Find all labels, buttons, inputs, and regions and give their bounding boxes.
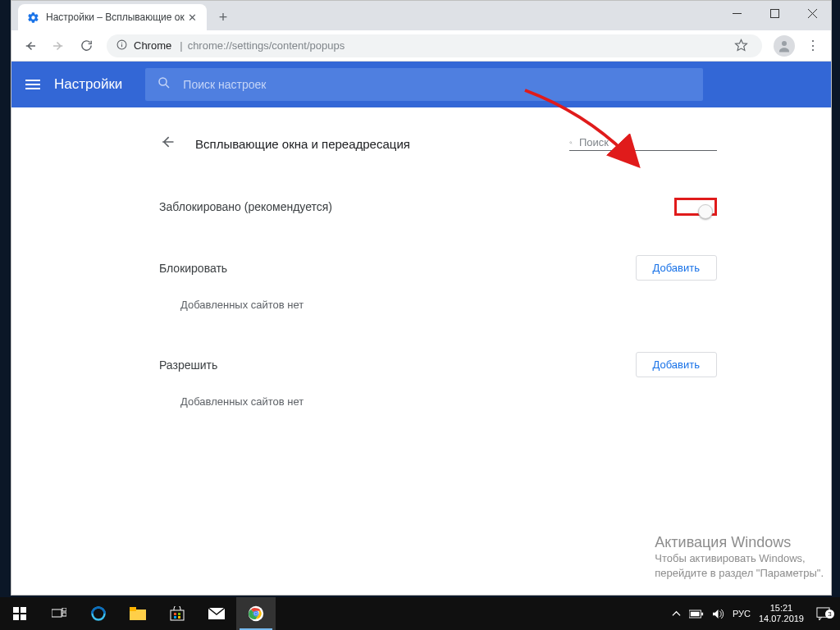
- tray-time: 15:21: [759, 603, 804, 614]
- blocked-toggle-row: Заблокировано (рекомендуется): [159, 181, 717, 232]
- nav-reload-button[interactable]: [74, 34, 98, 58]
- new-tab-button[interactable]: +: [212, 6, 235, 29]
- page-search-input[interactable]: [579, 136, 717, 148]
- svg-point-4: [782, 41, 787, 46]
- svg-rect-17: [171, 610, 184, 620]
- titlebar: Настройки – Всплывающие ок ✕ +: [11, 1, 831, 30]
- profile-avatar-button[interactable]: [774, 35, 795, 57]
- tray-notifications-icon[interactable]: 3: [812, 607, 833, 621]
- svg-rect-12: [62, 608, 66, 611]
- taskbar-chrome-icon[interactable]: [236, 597, 276, 630]
- watermark-line2: Чтобы активировать Windows,: [655, 551, 824, 566]
- svg-rect-9: [13, 614, 19, 620]
- block-add-button[interactable]: Добавить: [636, 255, 717, 281]
- svg-rect-11: [52, 609, 62, 617]
- svg-rect-21: [178, 616, 180, 619]
- hamburger-icon: [25, 80, 40, 89]
- settings-search-box[interactable]: [145, 68, 703, 101]
- settings-menu-button[interactable]: [11, 80, 54, 89]
- page-title: Всплывающие окна и переадресация: [195, 137, 410, 151]
- svg-point-5: [159, 78, 167, 85]
- tray-chevron-up-icon[interactable]: [672, 609, 681, 619]
- annotation-highlight-box: [674, 198, 717, 216]
- settings-body: Всплывающие окна и переадресация Заблоки…: [11, 107, 831, 595]
- omnibox-url: chrome://settings/content/popups: [188, 39, 345, 52]
- window-minimize-button[interactable]: [718, 1, 756, 25]
- back-arrow-button[interactable]: [159, 134, 177, 153]
- site-info-icon[interactable]: [116, 39, 127, 52]
- tray-clock[interactable]: 15:21 14.07.2019: [759, 603, 804, 624]
- svg-point-2: [121, 42, 122, 43]
- windows-taskbar: РУС 15:21 14.07.2019 3: [0, 597, 840, 630]
- svg-rect-13: [62, 613, 66, 616]
- settings-header: Настройки: [11, 62, 831, 107]
- svg-point-26: [254, 612, 257, 614]
- allow-add-button[interactable]: Добавить: [636, 352, 717, 377]
- taskbar-mail-icon[interactable]: [197, 597, 236, 630]
- svg-rect-29: [691, 611, 700, 615]
- block-section-header: Блокировать Добавить: [159, 255, 717, 281]
- window-close-button[interactable]: [793, 1, 831, 25]
- chrome-menu-button[interactable]: ⋮: [801, 34, 824, 57]
- blocked-label: Заблокировано (рекомендуется): [159, 200, 332, 213]
- page-header-row: Всплывающие окна и переадресация: [159, 127, 717, 160]
- chrome-window: Настройки – Всплывающие ок ✕ +: [11, 0, 832, 596]
- settings-search-input[interactable]: [183, 78, 692, 91]
- block-section-title: Блокировать: [159, 262, 227, 275]
- svg-rect-8: [21, 607, 26, 613]
- svg-rect-7: [13, 607, 19, 613]
- tab-close-icon[interactable]: ✕: [185, 11, 199, 24]
- svg-rect-18: [174, 613, 176, 615]
- bookmark-star-icon[interactable]: [729, 34, 752, 57]
- settings-page: Настройки Всплывающие окна и переадрес: [11, 62, 831, 595]
- svg-rect-28: [701, 612, 703, 615]
- allow-empty-text: Добавленных сайтов нет: [159, 377, 717, 416]
- tab-title: Настройки – Всплывающие ок: [46, 11, 185, 23]
- svg-rect-19: [178, 613, 180, 615]
- svg-rect-3: [121, 43, 122, 46]
- tray-volume-icon[interactable]: [712, 609, 724, 619]
- taskbar-explorer-icon[interactable]: [118, 597, 158, 630]
- tray-date: 14.07.2019: [759, 614, 804, 624]
- svg-rect-16: [130, 607, 136, 611]
- settings-content: Всплывающие окна и переадресация Заблоки…: [159, 107, 717, 595]
- tab-favicon-settings-icon: [26, 11, 39, 24]
- block-empty-text: Добавленных сайтов нет: [159, 281, 717, 319]
- svg-rect-10: [21, 614, 26, 620]
- windows-activation-watermark: Активация Windows Чтобы активировать Win…: [655, 535, 824, 581]
- window-maximize-button[interactable]: [756, 1, 793, 25]
- svg-rect-20: [174, 616, 176, 619]
- notification-badge: 3: [825, 609, 834, 619]
- taskview-button[interactable]: [39, 597, 79, 630]
- allow-section-header: Разрешить Добавить: [159, 352, 717, 377]
- address-bar[interactable]: Chrome | chrome://settings/content/popup…: [107, 34, 762, 57]
- allow-section-title: Разрешить: [159, 358, 217, 372]
- omnibox-scheme: Chrome: [134, 39, 171, 52]
- watermark-title: Активация Windows: [655, 535, 824, 550]
- taskbar-edge-icon[interactable]: [79, 597, 118, 630]
- svg-rect-0: [770, 9, 778, 17]
- page-search-box[interactable]: [569, 136, 717, 151]
- system-tray: РУС 15:21 14.07.2019 3: [672, 597, 840, 630]
- nav-back-button[interactable]: [18, 34, 43, 58]
- tray-battery-icon[interactable]: [689, 609, 704, 619]
- browser-tab[interactable]: Настройки – Всплывающие ок ✕: [18, 4, 207, 30]
- watermark-line3: перейдите в раздел "Параметры".: [655, 566, 824, 581]
- svg-point-6: [570, 141, 572, 143]
- nav-forward-button[interactable]: [46, 34, 71, 58]
- search-icon: [157, 75, 171, 94]
- settings-app-title: Настройки: [54, 76, 122, 93]
- tray-language[interactable]: РУС: [733, 609, 751, 619]
- search-icon: [569, 137, 573, 148]
- toggle-knob: [698, 204, 713, 219]
- browser-toolbar: Chrome | chrome://settings/content/popup…: [11, 30, 831, 62]
- start-button[interactable]: [0, 597, 39, 630]
- taskbar-store-icon[interactable]: [158, 597, 197, 630]
